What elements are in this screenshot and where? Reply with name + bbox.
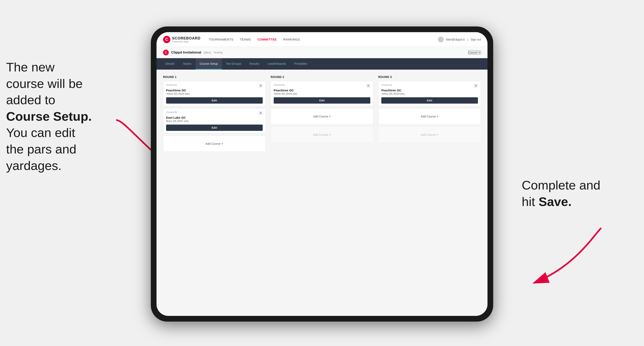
round3-course-a-tee: Yellow (M) (6629 yds): [381, 92, 478, 95]
round1-course-b-delete[interactable]: [258, 111, 263, 115]
tournament-status: Hosting: [214, 51, 222, 54]
round1-course-a-delete[interactable]: [258, 84, 263, 88]
round3-add-course-1-text: Add Course: [421, 115, 436, 118]
sub-header: C Clippd Invitational (Men) Hosting Canc…: [156, 47, 488, 58]
tournament-name: Clippd Invitational: [171, 50, 201, 54]
cancel-button[interactable]: Cancel ✕: [468, 50, 481, 54]
user-avatar: [438, 37, 444, 42]
round1-course-b-name: East Lake GC: [166, 116, 263, 119]
round-3-column: Round 3 (Course A) Peachtree GC Yellow (…: [378, 75, 481, 154]
round3-add-course-1-plus: +: [436, 115, 438, 118]
round-2-column: Round 2 (Course A) Peachtree GC Yellow (…: [271, 75, 373, 154]
round2-course-a-tee: Yellow (M) (6629 yds): [274, 92, 370, 95]
round1-add-course-text: Add Course: [206, 142, 220, 145]
annotation-line1: The new: [6, 60, 54, 74]
round3-add-course-1[interactable]: Add Course +: [378, 108, 481, 125]
round1-course-a-edit[interactable]: Edit: [166, 97, 263, 104]
annotation-line3: added to: [6, 93, 55, 107]
round2-course-a-tag: (Course A): [274, 84, 284, 86]
annotation-line5: You can edit: [6, 126, 75, 140]
round2-add-course-2: Add Course +: [271, 127, 373, 143]
round3-add-course-2: Add Course +: [378, 127, 481, 143]
nav-links: TOURNAMENTS TEAMS COMMITTEE RANKINGS: [209, 38, 438, 41]
nav-committee[interactable]: COMMITTEE: [258, 38, 277, 41]
round1-course-b-tag: (Course B): [166, 111, 177, 113]
rounds-grid: Round 1 (Course A) Peachtree GC Yellow (…: [163, 75, 481, 154]
sign-out-link[interactable]: Sign out: [470, 38, 481, 41]
round1-course-a-header: (Course A): [166, 84, 263, 88]
user-email: blair@clippd.io: [446, 38, 465, 41]
round2-add-course-1-text: Add Course: [313, 115, 328, 118]
right-annotation-line2: hit: [522, 194, 539, 209]
main-content: Round 1 (Course A) Peachtree GC Yellow (…: [156, 70, 488, 316]
round-3-label: Round 3: [378, 75, 481, 79]
round2-course-a-card: (Course A) Peachtree GC Yellow (M) (6629…: [271, 81, 373, 106]
logo-text: SCOREBOARD Powered by clippd: [172, 36, 200, 43]
top-nav: C SCOREBOARD Powered by clippd TOURNAMEN…: [156, 32, 488, 47]
round2-add-course-1[interactable]: Add Course +: [271, 108, 373, 125]
tab-course-setup[interactable]: Course Setup: [196, 58, 222, 70]
right-annotation-bold: Save.: [539, 194, 572, 209]
screen-content: C SCOREBOARD Powered by clippd TOURNAMEN…: [156, 32, 488, 316]
sign-out-separator: |: [467, 38, 468, 41]
nav-teams[interactable]: TEAMS: [240, 38, 251, 41]
logo-area: C SCOREBOARD Powered by clippd: [163, 36, 200, 43]
round1-course-b-edit[interactable]: Edit: [166, 125, 263, 131]
logo-scoreboard: SCOREBOARD: [172, 36, 200, 40]
annotation-line7: yardages.: [6, 159, 62, 173]
round1-course-b-header: (Course B): [166, 111, 263, 115]
round-2-label: Round 2: [271, 75, 373, 79]
tab-tee-groups[interactable]: Tee Groups: [222, 58, 245, 70]
tablet-screen: C SCOREBOARD Powered by clippd TOURNAMEN…: [156, 32, 488, 316]
right-annotation: Complete and hit Save.: [522, 177, 628, 210]
nav-right: blair@clippd.io | Sign out: [438, 37, 481, 42]
round1-add-course-plus: +: [221, 142, 223, 146]
right-arrow: [514, 216, 616, 289]
round1-add-course[interactable]: Add Course +: [163, 136, 266, 152]
round1-course-a-card: (Course A) Peachtree GC Yellow (M) (6629…: [163, 81, 266, 106]
tournament-gender: (Men): [204, 51, 211, 54]
left-annotation: The new course will be added to Course S…: [6, 59, 145, 174]
round3-course-a-header: (Course A): [381, 84, 478, 88]
round-1-column: Round 1 (Course A) Peachtree GC Yellow (…: [163, 75, 266, 154]
tab-details[interactable]: Details: [162, 58, 179, 70]
annotation-line2: course will be: [6, 77, 83, 91]
nav-tournaments[interactable]: TOURNAMENTS: [209, 38, 233, 41]
tournament-logo: C: [163, 50, 169, 55]
right-annotation-line1: Complete and: [522, 178, 600, 192]
tab-teams[interactable]: Teams: [179, 58, 196, 70]
round2-course-a-edit[interactable]: Edit: [274, 97, 370, 104]
tablet-frame: C SCOREBOARD Powered by clippd TOURNAMEN…: [151, 26, 493, 322]
round3-add-course-2-text: Add Course: [421, 133, 436, 136]
round-1-label: Round 1: [163, 75, 266, 79]
round2-add-course-1-plus: +: [329, 115, 331, 118]
tab-results[interactable]: Results: [245, 58, 264, 70]
round1-course-a-tee: Yellow (M) (6629 yds): [166, 92, 263, 95]
round2-add-course-2-plus: +: [329, 133, 331, 137]
round1-course-b-card: (Course B) East Lake GC Black (M) (6891 …: [163, 108, 266, 134]
round1-course-b-tee: Black (M) (6891 yds): [166, 120, 263, 123]
round3-course-a-name: Peachtree GC: [381, 89, 478, 92]
round1-course-a-tag: (Course A): [166, 84, 177, 86]
annotation-bold: Course Setup.: [6, 109, 92, 123]
logo-powered: Powered by clippd: [172, 40, 200, 43]
tab-leaderboards[interactable]: Leaderboards: [264, 58, 290, 70]
round1-course-a-name: Peachtree GC: [166, 89, 263, 92]
round3-course-a-tag: (Course A): [381, 84, 392, 86]
round3-course-a-card: (Course A) Peachtree GC Yellow (M) (6629…: [378, 81, 481, 106]
tab-bar: Details Teams Course Setup Tee Groups Re…: [156, 58, 488, 70]
tab-printables[interactable]: Printables: [290, 58, 312, 70]
round2-course-a-header: (Course A): [274, 84, 370, 88]
logo-c-icon: C: [163, 36, 170, 43]
sub-header-left: C Clippd Invitational (Men) Hosting: [163, 50, 222, 55]
nav-rankings[interactable]: RANKINGS: [283, 38, 300, 41]
round2-add-course-2-text: Add Course: [313, 133, 328, 136]
round2-course-a-delete[interactable]: [366, 84, 370, 88]
round3-course-a-edit[interactable]: Edit: [381, 97, 478, 104]
round2-course-a-name: Peachtree GC: [274, 89, 370, 92]
round3-add-course-2-plus: +: [436, 133, 438, 137]
annotation-line6: the pars and: [6, 142, 76, 156]
round3-course-a-delete[interactable]: [474, 84, 478, 88]
